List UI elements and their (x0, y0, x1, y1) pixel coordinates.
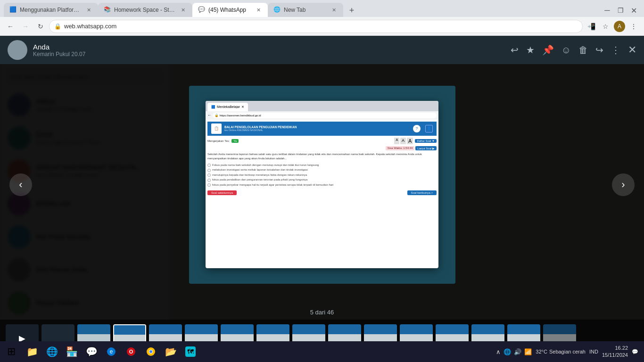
prev-image-button[interactable]: ‹ (9, 173, 32, 196)
tab-close-4[interactable]: ✕ (330, 6, 338, 14)
tab-menggunakan[interactable]: 🟦 Menggunakan Platform Merde... ✕ (4, 3, 98, 17)
minimize-button[interactable]: ─ (601, 4, 614, 17)
wa-container: Aditya Sudah di Pelajari soal... Erma Ka… (0, 36, 644, 362)
weather-description: Sebagian cerah (549, 349, 586, 354)
extensions-button[interactable]: ⋮ (627, 20, 640, 33)
taskbar-maps-icon[interactable]: 🗺 (181, 342, 200, 361)
taskbar-chrome-icon[interactable]: 🌐 (42, 342, 61, 361)
reply-button[interactable]: ↩ (511, 44, 519, 56)
screenshot-tab: 🟦 MerdekaBelajar ✕ (207, 103, 248, 111)
address-bar[interactable]: 🔒 web.whatsapp.com (49, 20, 583, 33)
viewer-avatar (8, 40, 27, 60)
option-2: melakukan investigasi serta meltak lapor… (212, 168, 308, 171)
tab-close-2[interactable]: ✕ (179, 6, 187, 14)
tab-favicon-2: 📚 (104, 6, 111, 14)
screenshot-controls: Mengerjakan Tes: Ya A A A Daftar Soal ▼ (207, 138, 437, 144)
viewer-main: ‹ 🟦 MerdekaBelajar ✕ (0, 64, 644, 305)
temperature-display: 32°C (536, 349, 547, 354)
network-icon[interactable]: 🌐 (504, 348, 511, 355)
screenshot-page-header: 📋 BALAI PENGELOLAAN PENGUJIAN PENDIDIKAN… (207, 122, 437, 136)
tab-studyx[interactable]: 📚 Homework Space - StudyX ✕ (98, 3, 192, 17)
tab-favicon-4: 🌐 (273, 6, 281, 14)
emoji-button[interactable]: ☺ (561, 45, 571, 56)
nav-actions: 📲 ☆ A ⋮ (585, 20, 640, 33)
tab-newtab[interactable]: 🌐 New Tab ✕ (268, 3, 343, 17)
svg-text:O: O (129, 349, 133, 354)
language-label: IND (589, 349, 598, 354)
svg-text:e: e (110, 348, 113, 355)
viewer-caption: 5 dari 46 (0, 305, 644, 320)
clock-date: 15/11/2024 (602, 352, 628, 359)
viewer-actions: ↩ ★ 📌 ☺ 🗑 ↪ ⋮ ✕ (511, 44, 636, 56)
taskbar-chrome2-icon[interactable] (141, 342, 160, 361)
system-clock[interactable]: 16.22 15/11/2024 (602, 345, 628, 359)
option-1: Fokus pada nama baik sekolah dengan menu… (212, 164, 319, 166)
option-4: fokus pada pendalikan dan penguranran te… (212, 178, 308, 181)
taskbar-opera-icon[interactable]: O (122, 342, 140, 361)
delete-button[interactable]: 🗑 (578, 45, 588, 56)
system-icons: ∧ 🌐 🔊 📶 (496, 348, 532, 355)
clock-time: 16.22 (602, 345, 628, 352)
screenshot-subtitle: tes Online ASESMEN NASIONAL (224, 129, 297, 132)
screenshot-question: Sekolah Anda menerima laporan bahwa sala… (207, 152, 437, 161)
screenshot-image: 🟦 MerdekaBelajar ✕ ← 🔒 https://asesmen.k… (189, 86, 455, 284)
viewer-header: Anda Kemarin Pukul 20.07 ↩ ★ 📌 ☺ 🗑 ↪ ⋮ ✕ (0, 36, 644, 64)
back-button[interactable]: ← (4, 20, 17, 33)
image-viewer: Anda Kemarin Pukul 20.07 ↩ ★ 📌 ☺ 🗑 ↪ ⋮ ✕… (0, 36, 644, 362)
weather-widget[interactable]: 32°C Sebagian cerah (536, 349, 586, 354)
forward-button[interactable]: ↪ (595, 44, 603, 56)
viewer-sender-name: Anda (33, 43, 505, 51)
screenshot-tab-bar: 🟦 MerdekaBelajar ✕ (206, 101, 438, 111)
screenshot-footer-buttons: Soal sebelumnya Soal berikutnya > (207, 190, 437, 195)
browser-frame: 🟦 Menggunakan Platform Merde... ✕ 📚 Home… (0, 0, 644, 362)
svg-point-6 (149, 350, 152, 353)
maximize-button[interactable]: ❐ (614, 4, 627, 17)
nav-bar: ← → ↻ 🔒 web.whatsapp.com 📲 ☆ A ⋮ (0, 17, 644, 36)
wifi-icon[interactable]: 📶 (524, 348, 532, 355)
taskbar-store-icon[interactable]: 🏪 (62, 342, 81, 361)
taskbar-pinned-apps: 📁 🌐 🏪 💬 e O 📂 🗺 (23, 342, 200, 361)
close-browser-button[interactable]: ✕ (627, 4, 640, 17)
tab-close-1[interactable]: ✕ (85, 6, 92, 14)
url-text: web.whatsapp.com (64, 23, 578, 30)
more-button[interactable]: ⋮ (611, 44, 620, 56)
close-viewer-button[interactable]: ✕ (628, 44, 636, 56)
next-image-button[interactable]: › (612, 173, 635, 196)
screenshot-content: 📋 BALAI PENGELOLAAN PENGUJIAN PENDIDIKAN… (206, 120, 438, 197)
tab-label-3: (45) WhatsApp (208, 7, 253, 13)
expand-tray-icon[interactable]: ∧ (496, 348, 501, 355)
screenshot-next-btn: Soal berikutnya > (407, 190, 437, 195)
tab-close-3[interactable]: ✕ (255, 6, 262, 14)
cast-button[interactable]: 📲 (585, 20, 598, 33)
taskbar-file-explorer[interactable]: 📁 (23, 342, 41, 361)
new-tab-button[interactable]: + (345, 4, 358, 17)
screenshot-time-bar: Sisa Waktu: 1:54:44 Lanjut Soal ▶ (207, 146, 437, 150)
tab-favicon-3: 💬 (198, 6, 206, 14)
viewer-info: Anda Kemarin Pukul 20.07 (33, 43, 505, 58)
screenshot-prev-btn: Soal sebelumnya (207, 190, 237, 195)
forward-button[interactable]: → (19, 20, 32, 33)
taskbar-system-tray: ∧ 🌐 🔊 📶 32°C Sebagian cerah IND 16.22 15… (492, 345, 642, 359)
tab-favicon-1: 🟦 (9, 6, 17, 14)
reload-button[interactable]: ↻ (34, 20, 47, 33)
lock-icon: 🔒 (54, 23, 61, 30)
start-button[interactable]: ⊞ (2, 342, 21, 361)
viewer-sender-time: Kemarin Pukul 20.07 (33, 51, 505, 58)
screenshot-address: 🔒 https://asesmen.kemdikbud.go.id (213, 113, 437, 118)
profile-button[interactable]: A (613, 20, 626, 33)
language-indicator: IND (589, 349, 598, 354)
screenshot-options: Fokus pada nama baik sekolah dengan menu… (207, 164, 437, 187)
star-button[interactable]: ★ (526, 44, 535, 56)
option-3: menutupinya kepada dan berkoop menelanya… (212, 173, 307, 176)
taskbar-edge-icon[interactable]: e (102, 342, 121, 361)
volume-icon[interactable]: 🔊 (514, 348, 521, 355)
notification-button[interactable]: 💬 (632, 349, 638, 355)
pin-button[interactable]: 📌 (542, 44, 554, 56)
bookmark-button[interactable]: ☆ (599, 20, 612, 33)
taskbar-whatsapp-icon[interactable]: 💬 (82, 342, 101, 361)
screenshot-title: BALAI PENGELOLAAN PENGUJIAN PENDIDIKAN (224, 125, 297, 129)
tab-label-2: Homework Space - StudyX (114, 7, 177, 13)
tab-whatsapp[interactable]: 💬 (45) WhatsApp ✕ (192, 3, 268, 17)
taskbar-filemanager-icon[interactable]: 📂 (161, 342, 180, 361)
tab-label-4: New Tab (284, 7, 328, 13)
